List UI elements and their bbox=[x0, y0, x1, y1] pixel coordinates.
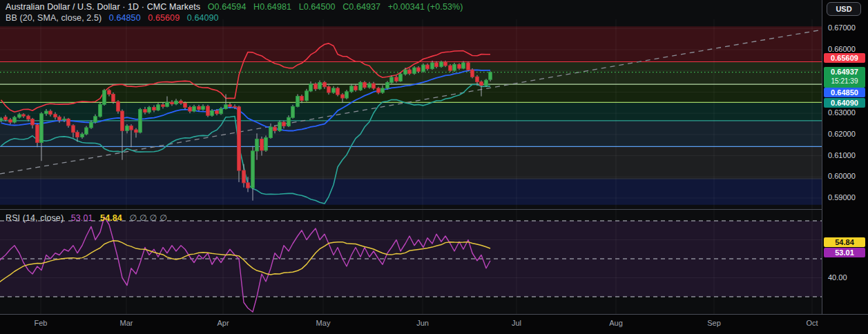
candle-down bbox=[9, 119, 12, 122]
candle-up bbox=[390, 77, 394, 83]
candle-up bbox=[305, 91, 309, 101]
candle-down bbox=[242, 170, 246, 183]
candle-down bbox=[189, 108, 192, 112]
bb-upper-value: 0.65609 bbox=[148, 13, 180, 23]
candle-up bbox=[485, 80, 488, 85]
candle-up bbox=[63, 119, 66, 120]
candle-up bbox=[440, 62, 443, 67]
bb-indicator-label: BB (20, SMA, close, 2.5) bbox=[6, 13, 102, 23]
candle-down bbox=[117, 101, 120, 111]
price-tick-label: 0.59000 bbox=[828, 193, 856, 202]
candle-up bbox=[431, 63, 434, 69]
candle-up bbox=[18, 115, 21, 117]
candle-up bbox=[368, 84, 372, 88]
bar-countdown-timer: 15:21:39 bbox=[824, 77, 865, 86]
last-price-badge: 0.64937 15:21:39 bbox=[824, 67, 865, 88]
bb-legend-row[interactable]: BB (20, SMA, close, 2.5) 0.64850 0.65609… bbox=[6, 13, 219, 23]
ohlc-open: O0.64594 bbox=[208, 2, 247, 12]
candle-up bbox=[453, 64, 456, 70]
candle-up bbox=[413, 68, 416, 73]
candle-up bbox=[350, 86, 354, 92]
ohlc-close: C0.64937 bbox=[343, 2, 380, 12]
candle-up bbox=[287, 117, 291, 126]
rsi-value: 53.01 bbox=[71, 213, 93, 223]
candle-up bbox=[332, 88, 336, 92]
candle-down bbox=[112, 94, 115, 101]
price-tick-label: 0.60000 bbox=[828, 172, 856, 180]
candle-down bbox=[27, 116, 30, 119]
candle-down bbox=[327, 87, 331, 92]
candle-up bbox=[40, 114, 44, 143]
price-chart-svg bbox=[0, 0, 868, 334]
trading-chart-app: Australian Dollar / U.S. Dollar · 1D · C… bbox=[0, 0, 868, 334]
candle-down bbox=[354, 86, 358, 90]
candle-down bbox=[130, 126, 133, 130]
rsi-ma-badge: 54.84 bbox=[824, 237, 865, 247]
time-axis[interactable]: FebMarAprMayJunJulAugSepOct bbox=[0, 315, 868, 334]
candle-down bbox=[153, 108, 156, 110]
candle-down bbox=[444, 62, 447, 66]
candle-up bbox=[202, 106, 205, 110]
candle-up bbox=[345, 92, 349, 98]
candle-down bbox=[4, 117, 8, 120]
candle-up bbox=[318, 83, 322, 89]
candle-up bbox=[381, 88, 385, 92]
candle-up bbox=[126, 126, 129, 131]
ohlc-low: L0.64500 bbox=[299, 2, 336, 12]
candle-up bbox=[175, 101, 178, 104]
candle-down bbox=[426, 65, 430, 69]
bb-basis-price-badge: 0.64850 bbox=[824, 88, 865, 97]
candle-up bbox=[90, 122, 93, 128]
candle-up bbox=[296, 97, 300, 107]
month-label: Feb bbox=[35, 319, 48, 327]
candle-up bbox=[422, 65, 425, 71]
candle-down bbox=[282, 122, 286, 126]
candle-up bbox=[13, 117, 17, 122]
price-zone bbox=[0, 179, 822, 205]
candle-down bbox=[341, 95, 345, 98]
month-label: Apr bbox=[217, 319, 229, 327]
candle-down bbox=[229, 105, 232, 106]
symbol-legend-row[interactable]: Australian Dollar / U.S. Dollar · 1D · C… bbox=[6, 2, 463, 12]
candle-down bbox=[314, 84, 318, 89]
candle-down bbox=[363, 83, 367, 88]
candle-up bbox=[81, 134, 84, 137]
price-axis[interactable]: USD 0.65609 0.64937 15:21:39 0.64850 0.6… bbox=[822, 0, 868, 314]
candle-up bbox=[269, 127, 273, 137]
candle-up bbox=[45, 111, 48, 114]
bb-lower-value: 0.64090 bbox=[187, 13, 219, 23]
candle-up bbox=[94, 117, 97, 122]
candle-down bbox=[372, 84, 376, 88]
currency-toggle-button[interactable]: USD bbox=[827, 2, 861, 16]
candle-down bbox=[180, 101, 183, 103]
candle-up bbox=[399, 74, 403, 81]
price-tick-label: 0.61000 bbox=[828, 151, 856, 159]
chart-canvas[interactable] bbox=[0, 0, 868, 334]
candle-down bbox=[171, 102, 174, 104]
bb-basis-value: 0.64850 bbox=[109, 13, 141, 23]
candle-up bbox=[255, 139, 259, 151]
candle-up bbox=[489, 72, 492, 80]
candle-down bbox=[408, 70, 412, 73]
rsi-tick-label: 40.00 bbox=[828, 273, 847, 282]
candle-up bbox=[291, 106, 295, 117]
candle-up bbox=[404, 70, 407, 74]
candle-up bbox=[157, 105, 160, 110]
rsi-legend-row[interactable]: RSI (14, close) 53.01 54.84 ∅ ∅ ∅ ∅ bbox=[6, 213, 167, 223]
candle-down bbox=[162, 105, 165, 106]
candle-down bbox=[135, 130, 138, 132]
candle-up bbox=[103, 90, 106, 104]
candle-down bbox=[238, 107, 241, 170]
month-label: May bbox=[316, 319, 331, 327]
bb-upper-price-badge: 0.65609 bbox=[824, 53, 865, 63]
candle-down bbox=[377, 88, 380, 92]
ohlc-change: +0.00341 (+0.53%) bbox=[388, 2, 463, 12]
candle-down bbox=[206, 106, 210, 115]
candle-up bbox=[85, 128, 88, 134]
candle-down bbox=[435, 63, 438, 67]
price-tick-label: 0.62000 bbox=[828, 130, 856, 138]
month-label: Oct bbox=[806, 319, 818, 327]
candle-up bbox=[264, 137, 268, 150]
candle-up bbox=[278, 122, 282, 130]
candle-down bbox=[233, 106, 237, 107]
